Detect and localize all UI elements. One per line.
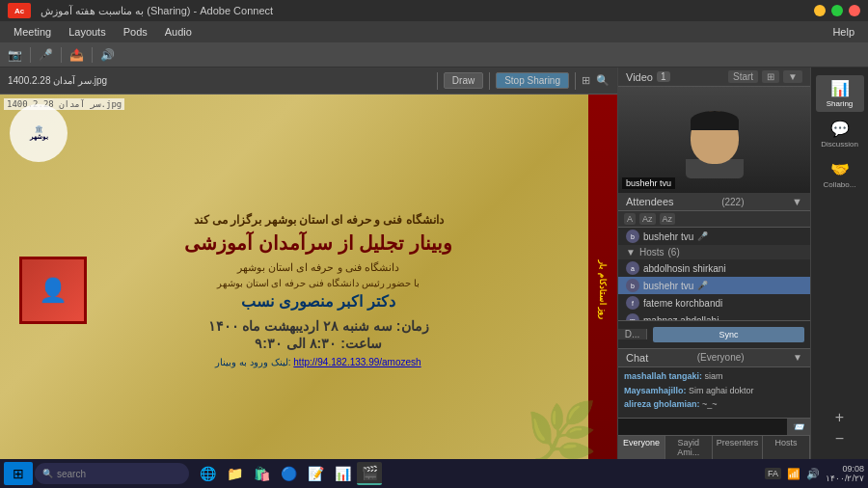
toolbar-sep3 [575, 72, 576, 90]
collabo-label: Collabo... [818, 180, 862, 189]
chat-text-1: siam [705, 371, 723, 381]
chat-tab-presenters[interactable]: Presenters [713, 436, 764, 459]
chat-msg-3: alireza gholamian: ~_~ [624, 399, 804, 411]
att-item-bushehr2[interactable]: b bushehr tvu 🎤 [618, 277, 810, 294]
taskbar-app-chrome[interactable]: 🔵 [276, 462, 301, 485]
taskbar-app-edge[interactable]: 🌐 [195, 462, 220, 485]
att-group-hosts: ▼ Hosts (6) [618, 245, 810, 259]
sidebar-add-button[interactable]: + [835, 409, 844, 426]
taskbar-app-adobe[interactable]: 🎬 [357, 462, 382, 485]
stop-sharing-button[interactable]: Stop Sharing [496, 72, 569, 89]
chat-tabs: Everyone Sayid Ami... Presenters Hosts [618, 435, 810, 459]
taskbar-app-explorer[interactable]: 📁 [222, 462, 247, 485]
chat-input[interactable] [618, 419, 787, 435]
taskbar-app-powerpoint[interactable]: 📊 [330, 462, 355, 485]
att-item-mahnez[interactable]: m mahnez abdollahi [618, 312, 810, 320]
menu-layouts[interactable]: Layouts [61, 24, 114, 40]
att-name-fateme: fateme korchbandi [643, 298, 722, 309]
chat-sender-2: Maysamhajillo: [624, 386, 687, 395]
att-tool-A[interactable]: A [624, 213, 636, 225]
taskbar-search[interactable]: 🔍 search [35, 463, 189, 484]
slide-time-text: ساعت: ۸:۳۰ الی ۹:۳۰ [184, 336, 451, 351]
adobe-logo: Ac [8, 3, 31, 18]
sep1 [30, 47, 31, 63]
fit-icon[interactable]: ⊞ [582, 74, 590, 87]
chat-options[interactable]: ▼ [793, 352, 802, 363]
clock-time: 09:08 [826, 464, 864, 474]
speaker-avatar: 👤 [19, 257, 87, 324]
chat-label: Chat [626, 352, 648, 364]
sync-button[interactable]: Sync [653, 327, 804, 342]
window-title: به مناسبت هفته آموزش (Sharing) - Adobe C… [41, 5, 273, 17]
lang-indicator: FA [765, 468, 781, 479]
video-start-button[interactable]: Start [728, 70, 758, 83]
taskbar-app-word[interactable]: 📝 [303, 462, 328, 485]
slide-area: سر آمدان 1400.2.28.jpg Draw Stop Sharing… [0, 68, 617, 459]
slide-content: سر آمدان 1400.2.28.jpg 🏛️بوشهر 👤 روز است… [0, 95, 617, 459]
attendees-label: Attendees [626, 196, 674, 207]
slide-date-text: زمان: سه شنبه ۲۸ اردیبهشت ماه ۱۴۰۰ [184, 318, 451, 334]
taskbar-apps: 🌐 📁 🛍️ 🔵 📝 📊 🎬 [195, 462, 382, 485]
chat-sender-3: alireza gholamian: [624, 399, 700, 409]
start-button[interactable]: ⊞ [4, 462, 33, 485]
slide-presence-text: با حضور رئیس دانشگاه فنی حرفه ای استان ب… [184, 278, 451, 288]
floral-decoration: 🌿 [526, 398, 598, 459]
attendees-section: Attendees (222) ▼ A Az Az b bushehr tvu … [618, 193, 810, 348]
camera-icon[interactable]: 📷 [8, 48, 22, 62]
att-tool-Az[interactable]: Az [639, 213, 656, 225]
toolbar-sep [437, 72, 438, 90]
chat-text-2: Sim aghai doktor [689, 386, 754, 395]
maximize-button[interactable] [831, 5, 843, 16]
video-controls: Start ⊞ ▼ [728, 70, 802, 83]
window-controls[interactable] [814, 5, 860, 16]
clock-date: ۱۴۰۰/۲/۲۷ [826, 474, 864, 483]
menu-audio[interactable]: Audio [157, 24, 200, 40]
main-layout: سر آمدان 1400.2.28.jpg Draw Stop Sharing… [0, 68, 868, 459]
att-item-abdolhosin[interactable]: a abdolhosin shirkani [618, 259, 810, 277]
taskbar-app-store[interactable]: 🛍️ [249, 462, 274, 485]
sharing-item-collabo[interactable]: 🤝 Collabo... [816, 156, 864, 193]
menu-help[interactable]: Help [825, 24, 862, 40]
attendees-header: Attendees (222) ▼ [618, 193, 810, 211]
att-item-bushehr[interactable]: b bushehr tvu 🎤 [618, 228, 810, 245]
video-count: 1 [657, 71, 670, 82]
share-icon[interactable]: 📤 [69, 48, 84, 62]
sep3 [92, 47, 93, 63]
slide-title-text: وبینار تجلیل از سرآمدان آموزشی [184, 230, 451, 256]
sharing-sidebar: 📊 Sharing 💬 Discussion 🤝 Collabo... + − [810, 68, 868, 459]
sharing-item-discussion[interactable]: 💬 Discussion [816, 116, 864, 152]
ribbon-text: روز استادکام بار [598, 260, 608, 319]
right-panel: Video 1 Start ⊞ ▼ [617, 68, 810, 459]
sharing-item-sharing[interactable]: 📊 Sharing [816, 75, 864, 112]
minimize-button[interactable] [814, 5, 826, 16]
chat-header: Chat (Everyone) ▼ [618, 349, 810, 367]
taskbar: ⊞ 🔍 search 🌐 📁 🛍️ 🔵 📝 📊 🎬 FA 📶 🔊 09:08 ۱… [0, 459, 868, 488]
hosts-count: (6) [667, 247, 679, 258]
attendees-options[interactable]: ▼ [792, 196, 802, 207]
close-button[interactable] [849, 5, 860, 16]
chat-tab-hosts[interactable]: Hosts [763, 436, 810, 459]
att-item-fateme[interactable]: f fateme korchbandi [618, 294, 810, 312]
chat-send-button[interactable]: 📨 [787, 419, 810, 435]
slide-link-text: لینک ورود به وبینار: http://94.182.133.9… [184, 357, 451, 367]
video-header: Video 1 Start ⊞ ▼ [618, 68, 810, 87]
menu-meeting[interactable]: Meeting [6, 24, 59, 40]
attendees-list[interactable]: b bushehr tvu 🎤 ▼ Hosts (6) a abdolhosin… [618, 228, 810, 320]
chat-tab-sayid[interactable]: Sayid Ami... [665, 436, 713, 459]
att-avatar-abdolhosin: a [626, 261, 639, 275]
video-options-button[interactable]: ▼ [783, 70, 802, 83]
chat-tab-everyone[interactable]: Everyone [618, 436, 665, 459]
draw-button[interactable]: Draw [444, 72, 483, 89]
d-box: D... [618, 329, 647, 339]
sharing-label: Sharing [818, 99, 862, 108]
chat-msg-1: mashallah tangaki: siam [624, 371, 804, 383]
mic-icon[interactable]: 🎤 [39, 48, 53, 62]
speaker-icon[interactable]: 🔊 [100, 48, 115, 62]
sidebar-remove-button[interactable]: − [835, 430, 844, 447]
sync-row: D... Sync [618, 320, 810, 348]
chat-text-3: ~_~ [702, 399, 718, 409]
zoom-icon[interactable]: 🔍 [596, 74, 610, 87]
att-tool-Az2[interactable]: Az [660, 213, 676, 225]
menu-pods[interactable]: Pods [116, 24, 155, 40]
video-grid-button[interactable]: ⊞ [762, 70, 779, 83]
